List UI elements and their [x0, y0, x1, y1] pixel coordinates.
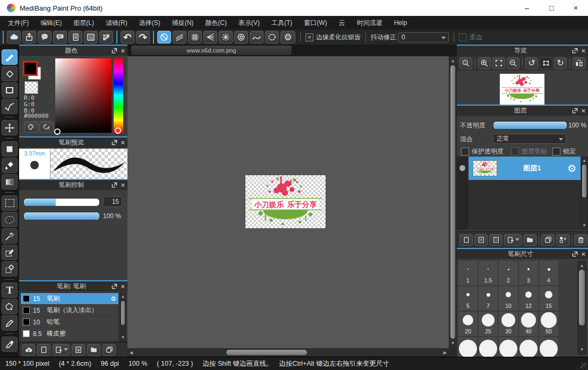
brush-size-cell[interactable] — [458, 337, 478, 357]
snap-curve-button[interactable] — [250, 31, 263, 44]
transparent-color-swatch[interactable] — [24, 81, 38, 94]
scrollbar-thumb[interactable] — [121, 301, 125, 325]
brush-size-cell[interactable]: 4 — [539, 260, 559, 286]
layer-opacity-slider[interactable] — [493, 121, 567, 130]
lock-checkbox[interactable] — [552, 148, 560, 156]
menu-item[interactable]: 图层(L) — [67, 16, 100, 30]
brush-size-cell[interactable]: 5 — [458, 286, 478, 311]
palette-button[interactable] — [24, 121, 38, 133]
brush-folder-button[interactable] — [87, 344, 100, 356]
add-brush-menu-button[interactable] — [53, 344, 70, 356]
stabilizer-dropdown[interactable]: 0 — [398, 32, 449, 42]
snap-off-button[interactable] — [157, 31, 171, 44]
layer-settings-gear-icon[interactable]: ⚙ — [567, 164, 576, 174]
menu-item[interactable]: 时间流逝 — [351, 16, 388, 30]
add-cloud-brush-button[interactable] — [22, 344, 35, 356]
brush-size-cell[interactable] — [498, 337, 518, 357]
comment-button[interactable] — [53, 31, 67, 44]
scroll-down-icon[interactable]: ▼ — [581, 222, 587, 229]
publish-button[interactable] — [22, 31, 36, 44]
brush-size-cell[interactable]: 50 — [539, 311, 559, 337]
scroll-down-icon[interactable]: ▼ — [120, 334, 126, 341]
menu-item[interactable]: 编辑(E) — [35, 16, 67, 30]
menu-item[interactable]: 文件(F) — [2, 16, 35, 30]
brush-size-cell[interactable]: 15 — [539, 286, 559, 311]
scroll-up-icon[interactable]: ▲ — [449, 57, 456, 65]
brush-list-item[interactable]: 10铅笔 — [21, 316, 118, 328]
add-brush-button[interactable] — [37, 344, 50, 356]
operation-tool[interactable] — [2, 299, 18, 314]
brush-size-cell[interactable]: 20 — [458, 311, 478, 337]
scroll-down-icon[interactable]: ▼ — [578, 346, 586, 354]
close-icon[interactable]: × — [581, 251, 585, 257]
bucket-tool[interactable] — [2, 158, 18, 173]
brush-size-cell[interactable] — [539, 337, 559, 357]
lock-row[interactable]: 锁定 — [552, 147, 576, 156]
shape-brush-tool[interactable] — [2, 82, 18, 98]
protect-alpha-row[interactable]: 保护透明度 — [461, 147, 504, 156]
brush-size-cell[interactable]: 12 — [518, 286, 539, 311]
lasso-tool[interactable] — [2, 212, 18, 227]
brush-size-cell[interactable] — [518, 337, 539, 357]
fit-screen-button[interactable] — [492, 57, 505, 69]
menu-item[interactable]: 捕捉(N) — [166, 16, 200, 30]
visibility-toggle[interactable] — [459, 165, 465, 171]
popout-icon[interactable] — [572, 48, 578, 54]
brush-list-item[interactable]: 8.5橡皮擦 — [21, 328, 118, 340]
scroll-left-icon[interactable]: ◀ — [130, 349, 133, 357]
document-button[interactable] — [69, 31, 82, 44]
brush-size-cell[interactable] — [478, 337, 498, 357]
menu-item[interactable]: 表示(V) — [233, 16, 266, 30]
brush-size-cell[interactable]: 7 — [478, 286, 498, 311]
canvas-area[interactable]: www.x6d.com.png ▲ ▼ ◀ ▶ — [127, 45, 457, 357]
cloud-chat-button[interactable] — [38, 31, 52, 44]
snap-concentric-button[interactable] — [234, 31, 248, 44]
close-icon[interactable]: × — [121, 47, 125, 54]
close-icon[interactable]: × — [121, 182, 125, 188]
text-tool[interactable]: T — [2, 282, 18, 298]
reset-rotation-button[interactable] — [540, 57, 552, 69]
stylus-pen-tool[interactable] — [2, 315, 18, 331]
zoom-actual-button[interactable]: 1 — [459, 57, 472, 69]
canvas-tab[interactable]: www.x6d.com.png — [131, 45, 292, 56]
snap-parallel-button[interactable] — [173, 31, 186, 44]
snap-ellipse-button[interactable] — [265, 31, 279, 44]
soft-edge-checkbox[interactable] — [459, 33, 467, 41]
scroll-right-icon[interactable]: ▶ — [444, 349, 447, 357]
minimize-button[interactable]: – — [515, 0, 539, 16]
soft-edge-checkbox-row[interactable]: 柔边 — [459, 33, 482, 42]
brush-list-item[interactable]: 15笔刷⚙ — [21, 293, 118, 305]
menu-item[interactable]: 窗口(W) — [298, 16, 333, 30]
maximize-button[interactable]: □ — [539, 0, 564, 16]
polyline-tool[interactable] — [2, 99, 18, 114]
menu-item[interactable]: 颜色(C) — [199, 16, 233, 30]
canvas-image[interactable] — [245, 175, 326, 228]
snap-vanishing-button[interactable] — [203, 31, 217, 44]
menu-item[interactable]: Help — [388, 16, 413, 30]
duplicate-layer-button[interactable] — [541, 234, 555, 246]
canvas-vertical-scrollbar[interactable]: ▲ ▼ — [449, 56, 457, 348]
brush-size-cell[interactable]: 1.5 — [478, 260, 498, 286]
brush-size-slider[interactable] — [23, 198, 100, 206]
antialias-checkbox[interactable]: × — [305, 33, 313, 41]
select-pen-tool[interactable] — [2, 245, 18, 260]
scrollbar-thumb[interactable] — [579, 270, 585, 325]
blend-mode-dropdown[interactable]: 正常 — [493, 134, 566, 144]
brush-size-cell[interactable]: 1 — [458, 260, 478, 286]
brush-sizes-scrollbar[interactable]: ▲ ▼ — [577, 261, 586, 355]
popout-icon[interactable] — [112, 140, 117, 145]
color-set-button[interactable] — [39, 121, 54, 133]
popout-icon[interactable] — [112, 48, 117, 54]
brush-size-cell[interactable]: 3 — [518, 260, 539, 286]
popout-icon[interactable] — [572, 108, 578, 114]
popout-icon[interactable] — [572, 251, 578, 257]
eyedropper-tool[interactable] — [2, 337, 18, 352]
navigator-thumbnail[interactable] — [500, 74, 544, 105]
layer-folder-button[interactable] — [523, 234, 536, 246]
scrollbar-thumb[interactable] — [582, 165, 586, 197]
menu-item[interactable]: 滤镜(R) — [100, 16, 133, 30]
scroll-down-icon[interactable]: ▼ — [449, 340, 456, 347]
menu-item[interactable]: 云 — [333, 16, 351, 30]
redo-button[interactable]: ↷ — [136, 31, 150, 44]
rotate-ccw-button[interactable]: ↺ — [525, 57, 538, 69]
